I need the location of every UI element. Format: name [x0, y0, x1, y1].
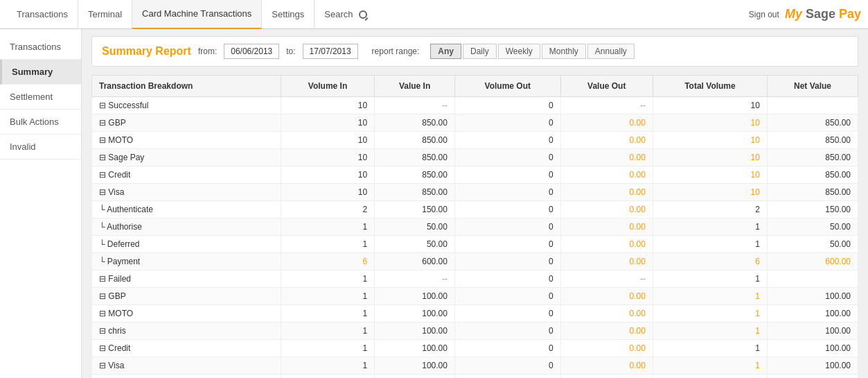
cell-net-value [767, 97, 858, 114]
cell-net-value: 100.00 [767, 288, 858, 305]
table-row: ⊟ Failed1--0--1 [92, 270, 858, 288]
nav-transactions[interactable]: Transactions [7, 0, 78, 29]
cell-volume-out: 0 [454, 357, 560, 375]
cell-value-out: 0.00 [560, 323, 653, 340]
nav-items: Transactions Terminal Card Machine Trans… [7, 0, 377, 29]
cell-value-in: 150.00 [375, 201, 455, 218]
content-area: Summary Report from: to: report range: A… [82, 29, 868, 378]
table-row: ⊟ Credit10850.0000.0010850.00 [92, 166, 858, 184]
range-btn-any[interactable]: Any [430, 44, 461, 59]
cell-value-in: 100.00 [375, 357, 455, 375]
cell-volume-out: 0 [454, 218, 560, 236]
cell-value-in: 600.00 [375, 253, 455, 270]
nav-search[interactable]: Search [315, 9, 376, 19]
cell-total-volume: 1 [653, 288, 767, 305]
col-header-volume-out: Volume Out [454, 76, 560, 97]
cell-net-value: 50.00 [767, 236, 858, 253]
cell-value-in: 850.00 [375, 114, 455, 132]
cell-volume-out: 0 [454, 201, 560, 218]
cell-label: └ Payment [92, 253, 281, 270]
cell-value-in: 100.00 [375, 288, 455, 305]
cell-label: ⊟ Visa [92, 357, 281, 375]
cell-value-out: 0.00 [560, 375, 653, 379]
table-row: └ Deferred1100.0000.001100.00 [92, 375, 858, 379]
to-label: to: [286, 46, 295, 56]
cell-value-in: 100.00 [375, 323, 455, 340]
table-row: ⊟ chris1100.0000.001100.00 [92, 323, 858, 340]
cell-net-value: 100.00 [767, 357, 858, 375]
cell-value-in: 100.00 [375, 340, 455, 357]
cell-total-volume: 1 [653, 375, 767, 379]
cell-net-value: 100.00 [767, 323, 858, 340]
cell-total-volume: 10 [653, 184, 767, 201]
cell-volume-out: 0 [454, 253, 560, 270]
cell-total-volume: 10 [653, 166, 767, 184]
cell-volume-in: 10 [281, 184, 374, 201]
cell-total-volume: 1 [653, 357, 767, 375]
cell-value-out: 0.00 [560, 132, 653, 149]
cell-value-out: 0.00 [560, 305, 653, 323]
range-btn-annually[interactable]: Annually [587, 44, 635, 59]
nav-card-machine-transactions[interactable]: Card Machine Transactions [132, 0, 262, 29]
cell-net-value: 100.00 [767, 305, 858, 323]
cell-volume-out: 0 [454, 97, 560, 114]
cell-volume-out: 0 [454, 132, 560, 149]
cell-total-volume: 10 [653, 149, 767, 166]
sidebar-item-summary[interactable]: Summary [0, 60, 81, 85]
cell-volume-in: 1 [281, 340, 374, 357]
cell-volume-in: 10 [281, 114, 374, 132]
cell-total-volume: 10 [653, 114, 767, 132]
col-header-value-in: Value In [375, 76, 455, 97]
top-navigation: Transactions Terminal Card Machine Trans… [0, 0, 868, 29]
cell-total-volume: 1 [653, 236, 767, 253]
cell-value-in: 100.00 [375, 305, 455, 323]
cell-label: ⊟ Failed [92, 270, 281, 288]
sidebar-item-invalid[interactable]: Invalid [0, 135, 81, 160]
sidebar: Transactions Summary Settlement Bulk Act… [0, 29, 82, 378]
cell-net-value: 600.00 [767, 253, 858, 270]
cell-volume-in: 1 [281, 236, 374, 253]
cell-total-volume: 6 [653, 253, 767, 270]
cell-net-value: 850.00 [767, 132, 858, 149]
cell-volume-in: 10 [281, 149, 374, 166]
cell-total-volume: 1 [653, 218, 767, 236]
range-btn-monthly[interactable]: Monthly [542, 44, 586, 59]
cell-net-value: 850.00 [767, 184, 858, 201]
cell-net-value: 850.00 [767, 114, 858, 132]
cell-volume-in: 2 [281, 201, 374, 218]
cell-volume-in: 1 [281, 323, 374, 340]
cell-volume-in: 1 [281, 218, 374, 236]
cell-label: ⊟ MOTO [92, 305, 281, 323]
cell-volume-in: 1 [281, 270, 374, 288]
cell-net-value: 850.00 [767, 149, 858, 166]
col-header-volume-in: Volume In [281, 76, 374, 97]
table-row: ⊟ Visa1100.0000.001100.00 [92, 357, 858, 375]
cell-total-volume: 1 [653, 340, 767, 357]
cell-net-value: 850.00 [767, 166, 858, 184]
sidebar-item-bulk-actions[interactable]: Bulk Actions [0, 110, 81, 135]
cell-value-in: -- [375, 97, 455, 114]
cell-label: ⊟ Credit [92, 166, 281, 184]
range-btn-weekly[interactable]: Weekly [498, 44, 540, 59]
sign-out-link[interactable]: Sign out [749, 10, 779, 19]
table-row: ⊟ MOTO1100.0000.001100.00 [92, 305, 858, 323]
sidebar-item-settlement[interactable]: Settlement [0, 85, 81, 110]
cell-value-out: 0.00 [560, 149, 653, 166]
cell-volume-out: 0 [454, 236, 560, 253]
cell-volume-out: 0 [454, 375, 560, 379]
cell-net-value: 100.00 [767, 375, 858, 379]
col-header-value-out: Value Out [560, 76, 653, 97]
sidebar-item-transactions[interactable]: Transactions [0, 35, 81, 60]
cell-volume-out: 0 [454, 114, 560, 132]
table-row: ⊟ MOTO10850.0000.0010850.00 [92, 132, 858, 149]
cell-value-in: 850.00 [375, 132, 455, 149]
range-btn-daily[interactable]: Daily [463, 44, 497, 59]
cell-volume-out: 0 [454, 323, 560, 340]
cell-value-in: 850.00 [375, 149, 455, 166]
to-date-input[interactable] [303, 44, 358, 59]
nav-terminal[interactable]: Terminal [78, 0, 132, 29]
nav-settings[interactable]: Settings [262, 0, 315, 29]
cell-net-value: 150.00 [767, 201, 858, 218]
report-title: Summary Report [102, 45, 191, 58]
from-date-input[interactable] [224, 44, 279, 59]
